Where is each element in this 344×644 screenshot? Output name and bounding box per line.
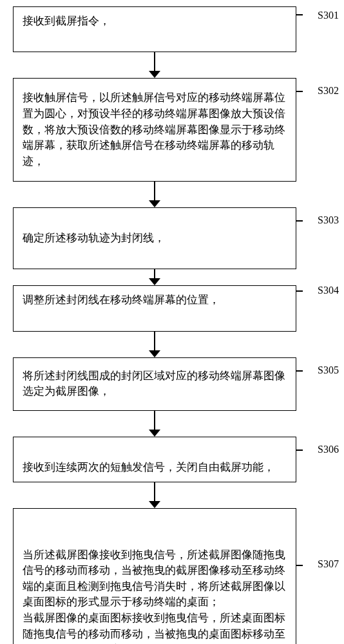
step-box-s302: 接收触屏信号，以所述触屏信号对应的移动终端屏幕位置为圆心，对预设半径的移动终端屏… xyxy=(13,78,296,182)
connector-tick xyxy=(296,565,303,566)
step-label: S303 xyxy=(318,213,339,227)
connector-tick xyxy=(296,91,303,92)
step-box-s305: 将所述封闭线围成的封闭区域对应的移动终端屏幕图像选定为截屏图像， xyxy=(13,357,296,411)
arrow-head-icon xyxy=(149,501,160,508)
arrow xyxy=(0,411,344,437)
step-box-s301: 接收到截屏指令， xyxy=(13,6,296,52)
arrow-line xyxy=(154,411,155,431)
step-row: 确定所述移动轨迹为封闭线， S303 xyxy=(0,207,344,269)
arrow-line xyxy=(154,182,155,202)
step-box-s303: 确定所述移动轨迹为封闭线， xyxy=(13,207,296,269)
flowchart: 接收到截屏指令， S301 接收触屏信号，以所述触屏信号对应的移动终端屏幕位置为… xyxy=(0,0,344,644)
step-label: S306 xyxy=(318,442,339,457)
step-text: 当所述截屏图像接收到拖曳信号，所述截屏图像随拖曳信号的移动而移动，当被拖曳的截屏… xyxy=(23,547,287,644)
step-row: 接收到截屏指令， S301 xyxy=(0,6,344,52)
arrow-head-icon xyxy=(149,200,160,207)
step-row: 接收到连续两次的短触发信号，关闭自由截屏功能， S306 xyxy=(0,437,344,482)
step-text: 接收触屏信号，以所述触屏信号对应的移动终端屏幕位置为圆心，对预设半径的移动终端屏… xyxy=(23,90,287,169)
step-text: 确定所述移动轨迹为封闭线， xyxy=(23,231,287,247)
connector-tick xyxy=(296,14,303,15)
arrow-line xyxy=(154,482,155,502)
arrow-head-icon xyxy=(149,350,160,357)
arrow xyxy=(0,52,344,78)
step-box-s304: 调整所述封闭线在移动终端屏幕的位置， xyxy=(13,285,296,331)
step-text: 接收到连续两次的短触发信号，关闭自由截屏功能， xyxy=(23,460,287,476)
step-text: 调整所述封闭线在移动终端屏幕的位置， xyxy=(23,292,287,308)
step-row: 当所述截屏图像接收到拖曳信号，所述截屏图像随拖曳信号的移动而移动，当被拖曳的截屏… xyxy=(0,508,344,644)
arrow-head-icon xyxy=(149,430,160,437)
arrow-head-icon xyxy=(149,278,160,285)
step-label: S304 xyxy=(318,283,339,298)
step-box-s307: 当所述截屏图像接收到拖曳信号，所述截屏图像随拖曳信号的移动而移动，当被拖曳的截屏… xyxy=(13,508,296,644)
step-row: 接收触屏信号，以所述触屏信号对应的移动终端屏幕位置为圆心，对预设半径的移动终端屏… xyxy=(0,78,344,182)
connector-tick xyxy=(296,290,303,292)
step-label: S302 xyxy=(318,83,339,98)
arrow xyxy=(0,269,344,285)
step-label: S301 xyxy=(318,8,339,23)
arrow-line xyxy=(154,52,155,72)
step-label: S307 xyxy=(318,556,339,571)
step-box-s306: 接收到连续两次的短触发信号，关闭自由截屏功能， xyxy=(13,437,296,482)
step-text: 将所述封闭线围成的封闭区域对应的移动终端屏幕图像选定为截屏图像， xyxy=(23,368,287,400)
arrow-head-icon xyxy=(149,71,160,78)
connector-tick xyxy=(296,220,303,222)
connector-tick xyxy=(296,370,303,372)
connector-tick xyxy=(296,450,303,451)
arrow xyxy=(0,332,344,357)
arrow-line xyxy=(154,332,155,352)
arrow xyxy=(0,182,344,207)
step-text: 接收到截屏指令， xyxy=(23,14,287,30)
step-row: 将所述封闭线围成的封闭区域对应的移动终端屏幕图像选定为截屏图像， S305 xyxy=(0,357,344,411)
step-label: S305 xyxy=(318,363,339,377)
arrow xyxy=(0,482,344,508)
step-row: 调整所述封闭线在移动终端屏幕的位置， S304 xyxy=(0,285,344,331)
